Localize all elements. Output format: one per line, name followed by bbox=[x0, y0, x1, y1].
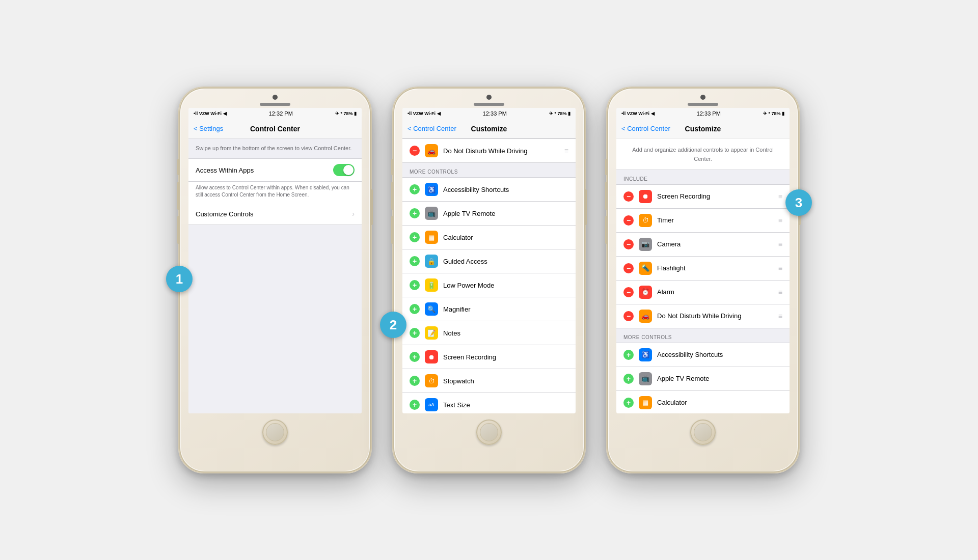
add-lowpower-button[interactable]: + bbox=[410, 280, 420, 290]
screenrec-icon: ⏺ bbox=[425, 350, 438, 363]
include-flashlight-row[interactable]: − 🔦 Flashlight ≡ bbox=[616, 257, 790, 281]
drag-handle-timer[interactable]: ≡ bbox=[778, 216, 782, 225]
drag-handle-alarm[interactable]: ≡ bbox=[778, 288, 782, 296]
phone-3-top bbox=[607, 88, 799, 108]
status-bar-2: •ll VZW Wi-Fi ◀ 12:33 PM ✈ * 78% ▮ bbox=[402, 108, 576, 119]
nav-bar-1: < Settings Control Center bbox=[188, 119, 362, 138]
toggle-knob bbox=[343, 165, 354, 175]
include-header: INCLUDE bbox=[616, 170, 790, 184]
home-button-inner-3 bbox=[694, 423, 712, 441]
list-item-magnifier[interactable]: + 🔍 Magnifier bbox=[402, 297, 576, 321]
phone-2-top bbox=[393, 88, 585, 108]
remove-camera-button[interactable]: − bbox=[623, 239, 634, 249]
add-intro-text: Add and organize additional controls to … bbox=[632, 147, 774, 162]
more-controls-header-2: MORE CONTROLS bbox=[402, 163, 576, 177]
dnd-driving-row[interactable]: − 🚗 Do Not Disturb While Driving ≡ bbox=[402, 139, 576, 162]
add-appletv-button[interactable]: + bbox=[410, 208, 420, 218]
drag-handle-screenrec[interactable]: ≡ bbox=[778, 192, 782, 201]
drag-handle-dnd[interactable]: ≡ bbox=[564, 147, 568, 155]
list-item-textsize[interactable]: + aA Text Size bbox=[402, 393, 576, 413]
side-button-vol-down-2 bbox=[391, 216, 393, 244]
add-screenrec-button[interactable]: + bbox=[410, 352, 420, 362]
remove-dnd2-button[interactable]: − bbox=[623, 311, 634, 321]
include-camera-row[interactable]: − 📷 Camera ≡ bbox=[616, 233, 790, 257]
step-badge-3: 3 bbox=[785, 189, 812, 216]
customize-controls-row[interactable]: Customize Controls › bbox=[188, 203, 362, 225]
include-timer-row[interactable]: − ⏱ Timer ≡ bbox=[616, 209, 790, 233]
textsize-icon: aA bbox=[425, 398, 438, 411]
speaker-grille-2 bbox=[474, 103, 504, 106]
calculator-icon: ▦ bbox=[425, 231, 438, 244]
back-button-2[interactable]: < Control Center bbox=[408, 125, 456, 132]
access-within-apps-row[interactable]: Access Within Apps bbox=[188, 159, 362, 182]
magnifier-label: Magnifier bbox=[443, 305, 568, 313]
drag-handle-camera[interactable]: ≡ bbox=[778, 240, 782, 248]
add-magnifier-button[interactable]: + bbox=[410, 304, 420, 314]
more-accessibility-label: Accessibility Shortcuts bbox=[657, 351, 782, 358]
add-guided-access-button[interactable]: + bbox=[410, 256, 420, 266]
add-textsize-button[interactable]: + bbox=[410, 400, 420, 410]
side-button-mute-2 bbox=[391, 159, 393, 175]
camera-dot-2 bbox=[486, 95, 492, 100]
list-item-notes[interactable]: + 📝 Notes bbox=[402, 321, 576, 345]
notes-label: Notes bbox=[443, 329, 568, 337]
back-button-1[interactable]: < Settings bbox=[194, 125, 223, 132]
more-controls-group-2: + ♿ Accessibility Shortcuts + 📺 Apple TV… bbox=[402, 177, 576, 413]
home-button-3[interactable] bbox=[690, 419, 716, 445]
settings-group-1: Access Within Apps Allow access to Contr… bbox=[188, 158, 362, 225]
more-appletv-row[interactable]: + 📺 Apple TV Remote bbox=[616, 367, 790, 391]
remove-flashlight-button[interactable]: − bbox=[623, 263, 634, 273]
add-notes-button[interactable]: + bbox=[410, 328, 420, 338]
list-item-stopwatch[interactable]: + ⏱ Stopwatch bbox=[402, 369, 576, 393]
access-within-apps-label: Access Within Apps bbox=[196, 166, 333, 174]
phones-container: •ll VZW Wi-Fi ◀ 12:32 PM ✈ * 78% ▮ < Set… bbox=[158, 66, 820, 494]
status-bar-1: •ll VZW Wi-Fi ◀ 12:32 PM ✈ * 78% ▮ bbox=[188, 108, 362, 119]
nav-bar-3: < Control Center Customize bbox=[616, 119, 790, 138]
screenrec-label: Screen Recording bbox=[443, 353, 568, 361]
home-button-2[interactable] bbox=[476, 419, 502, 445]
include-alarm-label: Alarm bbox=[657, 288, 774, 296]
phone-2-wrapper: •ll VZW Wi-Fi ◀ 12:33 PM ✈ * 78% ▮ < Con… bbox=[392, 87, 586, 473]
textsize-label: Text Size bbox=[443, 401, 568, 409]
home-button-1[interactable] bbox=[262, 419, 288, 445]
guided-access-icon: 🔒 bbox=[425, 255, 438, 268]
add-calculator-button[interactable]: + bbox=[410, 232, 420, 242]
more-calculator-row[interactable]: + ▦ Calculator bbox=[616, 391, 790, 413]
phone-3-screen: •ll VZW Wi-Fi ◀ 12:33 PM ✈ * 78% ▮ < Con… bbox=[616, 108, 790, 413]
drag-handle-dnd2[interactable]: ≡ bbox=[778, 312, 782, 320]
step-badge-2: 2 bbox=[380, 312, 406, 338]
add-accessibility-button[interactable]: + bbox=[410, 184, 420, 194]
side-button-vol-up bbox=[177, 182, 179, 210]
more-accessibility-row[interactable]: + ♿ Accessibility Shortcuts bbox=[616, 343, 790, 367]
remove-timer-button[interactable]: − bbox=[623, 215, 634, 226]
list-item-appletv[interactable]: + 📺 Apple TV Remote bbox=[402, 202, 576, 226]
remove-screenrec-button[interactable]: − bbox=[623, 191, 634, 202]
remove-dnd-button[interactable]: − bbox=[410, 146, 420, 156]
add-appletv2-button[interactable]: + bbox=[623, 374, 634, 384]
nav-title-3: Customize bbox=[685, 125, 721, 133]
more-calculator-icon: ▦ bbox=[639, 396, 652, 409]
access-within-apps-desc: Allow access to Control Center within ap… bbox=[188, 182, 362, 203]
list-item-calculator[interactable]: + ▦ Calculator bbox=[402, 226, 576, 249]
include-alarm-row[interactable]: − ⏰ Alarm ≡ bbox=[616, 281, 790, 304]
include-screenrec-row[interactable]: − ⏺ Screen Recording ≡ bbox=[616, 185, 790, 209]
status-icons-2: ✈ * 78% ▮ bbox=[549, 111, 570, 116]
include-dnd-row[interactable]: − 🚗 Do Not Disturb While Driving ≡ bbox=[616, 304, 790, 328]
back-button-3[interactable]: < Control Center bbox=[621, 125, 670, 132]
list-item-guided-access[interactable]: + 🔒 Guided Access bbox=[402, 249, 576, 273]
more-calculator-label: Calculator bbox=[657, 399, 782, 406]
list-item-lowpower[interactable]: + 🔋 Low Power Mode bbox=[402, 273, 576, 297]
list-item-screenrec[interactable]: + ⏺ Screen Recording bbox=[402, 345, 576, 369]
customize-controls-label: Customize Controls bbox=[196, 210, 352, 218]
remove-alarm-button[interactable]: − bbox=[623, 287, 634, 297]
add-calculator2-button[interactable]: + bbox=[623, 398, 634, 408]
add-stopwatch-button[interactable]: + bbox=[410, 376, 420, 386]
phone-3-wrapper: •ll VZW Wi-Fi ◀ 12:33 PM ✈ * 78% ▮ < Con… bbox=[606, 87, 800, 473]
phone-2-frame: •ll VZW Wi-Fi ◀ 12:33 PM ✈ * 78% ▮ < Con… bbox=[392, 87, 586, 473]
access-within-apps-toggle[interactable] bbox=[333, 164, 355, 176]
list-item-accessibility[interactable]: + ♿ Accessibility Shortcuts bbox=[402, 178, 576, 202]
drag-handle-flashlight[interactable]: ≡ bbox=[778, 264, 782, 272]
add-accessibility2-button[interactable]: + bbox=[623, 350, 634, 360]
step-badge-1: 1 bbox=[166, 266, 193, 292]
speaker-grille-3 bbox=[688, 103, 718, 106]
